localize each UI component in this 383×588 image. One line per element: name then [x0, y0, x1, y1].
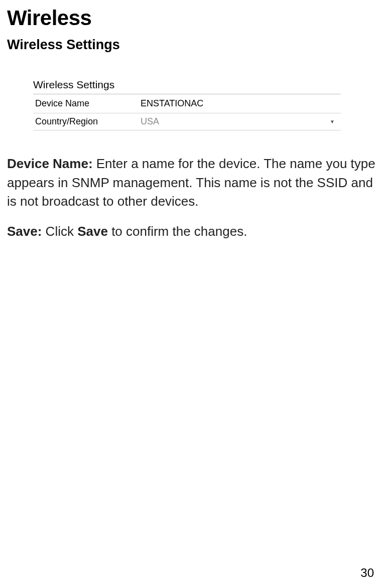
panel-heading: Wireless Settings [33, 79, 341, 94]
settings-table: Device Name Country/Region USA ▼ [33, 94, 341, 130]
description-label: Device Name: [7, 156, 93, 171]
device-name-label: Device Name [33, 94, 139, 113]
description-text: to confirm the changes. [108, 224, 247, 239]
device-name-cell [139, 94, 341, 113]
country-region-select[interactable]: USA ▼ [141, 116, 339, 127]
chevron-down-icon: ▼ [330, 119, 339, 124]
section-title: Wireless Settings [7, 37, 376, 53]
save-description: Save: Click Save to confirm the changes. [7, 222, 376, 241]
table-row: Country/Region USA ▼ [33, 113, 341, 130]
country-region-value: USA [141, 116, 159, 127]
device-name-description: Device Name: Enter a name for the device… [7, 155, 376, 211]
country-region-cell: USA ▼ [139, 113, 341, 130]
country-region-label: Country/Region [33, 113, 139, 130]
save-bold: Save [77, 224, 108, 239]
description-text: Click [42, 224, 77, 239]
page-title: Wireless [7, 6, 376, 30]
description-label: Save: [7, 224, 42, 239]
wireless-settings-panel: Wireless Settings Device Name Country/Re… [33, 79, 341, 130]
table-row: Device Name [33, 94, 341, 113]
device-name-input[interactable] [141, 97, 339, 110]
page-number: 30 [360, 566, 374, 580]
